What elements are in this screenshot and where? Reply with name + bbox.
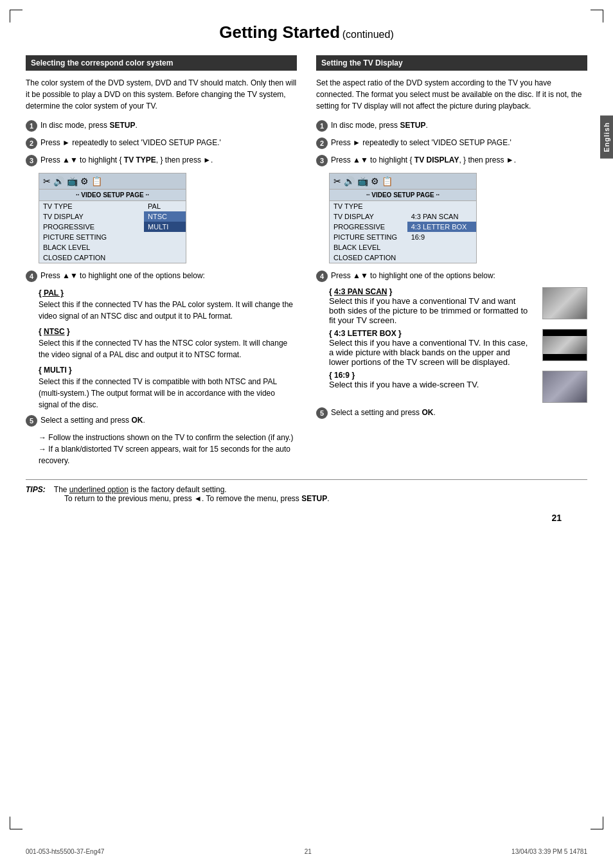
option-pan-scan-text: Select this if you have a conventional T… [329,296,532,325]
wide-screen-image [542,371,587,403]
table-row: TV DISPLAY NTSC [39,211,186,222]
r-progressive-val: 4:3 LETTER BOX [407,222,476,232]
right-info-icon: 📋 [382,176,393,186]
footer-bar: 001-053-hts5500-37-Eng47 21 13/04/03 3:3… [26,848,587,855]
page-number: 21 [26,513,587,523]
video-icon: 📺 [67,176,78,186]
left-step5-note2: → If a blank/distorted TV screen appears… [39,443,297,466]
option-ntsc: { NTSC } Select this if the connected TV… [39,326,297,360]
tv-display-label: TV DISPLAY [39,211,144,222]
step-num-3: 3 [26,155,37,166]
option-16-9-title: { 16:9 } [329,371,532,380]
table-row: PROGRESSIVE MULTI [39,222,186,232]
left-screen-icons: ✂ 🔊 📺 ⚙ 📋 [43,176,102,186]
pan-scan-image [542,287,587,319]
option-multi-text: Select this if the connected TV is compa… [39,376,297,411]
settings-icon: ⚙ [80,176,89,186]
right-step5-text: Select a setting and press OK. [331,407,587,418]
option-pal-title: { PAL } [39,287,297,299]
left-section-intro: The color system of the DVD system, DVD … [26,77,297,112]
r-picture-val: 16:9 [407,232,476,242]
right-step-3: 3 Press ▲▼ to highlight { TV DISPLAY, } … [316,154,587,166]
right-screen-icons: ✂ 🔊 📺 ⚙ 📋 [333,176,393,186]
right-settings-icon: ⚙ [371,176,379,186]
left-step2-text: Press ► repeatedly to select 'VIDEO SETU… [40,137,297,148]
tv-display-val: NTSC [144,211,186,222]
right-video-icon: 📺 [357,176,368,186]
page-title-continued: (continued) [342,29,394,40]
page-title-area: Getting Started (continued) [26,19,587,42]
right-step-num-2: 2 [316,137,328,149]
option-pal-text: Select this if the connected TV has the … [39,299,297,322]
page-title: Getting Started [219,22,340,42]
r-tv-display-label: TV DISPLAY [330,211,407,222]
r-closed-caption-label: CLOSED CAPTION [330,252,407,263]
option-letter-box-text-col: { 4:3 LETTER BOX } Select this if you ha… [329,329,532,367]
option-multi-title: { MULTI } [39,364,297,376]
closed-caption-label: CLOSED CAPTION [39,252,144,263]
black-level-val [144,242,186,252]
progressive-label: PROGRESSIVE [39,222,144,232]
right-step-num-4: 4 [316,270,328,282]
table-row: PROGRESSIVE 4:3 LETTER BOX [330,222,476,232]
r-picture-label: PICTURE SETTING [330,232,407,242]
option-16-9: { 16:9 } Select this if you have a wide-… [329,371,587,403]
right-column: Setting the TV Display Set the aspect ra… [316,55,587,466]
right-step3-text: Press ▲▼ to highlight { TV DISPLAY, } th… [331,154,587,166]
corner-bl [10,817,22,829]
right-step-num-5: 5 [316,407,328,419]
r-black-level-val [407,242,476,252]
footer-left: 001-053-hts5500-37-Eng47 [26,848,104,855]
tips-section: TIPS: The underlined option is the facto… [26,479,587,503]
progressive-val: MULTI [144,222,186,232]
left-step-5: 5 Select a setting and press OK. [26,414,297,427]
left-step4-text: Press ▲▼ to highlight one of the options… [40,270,297,281]
right-step-4: 4 Press ▲▼ to highlight one of the optio… [316,270,587,282]
left-section-header: Selecting the correspond color system [26,55,297,71]
letter-box-inner [543,336,587,354]
tips-label: TIPS: [26,485,46,494]
step-num-1: 1 [26,120,37,132]
corner-tl [10,10,22,22]
right-setup-table: TV TYPE TV DISPLAY 4:3 PAN SCAN PROGRESS… [330,201,476,263]
left-screen-header: ✂ 🔊 📺 ⚙ 📋 [39,173,186,190]
right-step2-text: Press ► repeatedly to select 'VIDEO SETU… [331,137,587,148]
right-section-intro: Set the aspect ratio of the DVD system a… [316,77,587,112]
black-level-label: BLACK LEVEL [39,242,144,252]
table-row: CLOSED CAPTION [330,252,476,263]
left-column: Selecting the correspond color system Th… [26,55,297,466]
right-speaker-icon: 🔊 [344,176,355,186]
r-tv-type-val [407,201,476,211]
option-ntsc-text: Select this if the connected TV has the … [39,337,297,360]
table-row: TV TYPE [330,201,476,211]
right-step-num-1: 1 [316,120,328,132]
option-pan-scan-text-col: { 4:3 PAN SCAN } Select this if you have… [329,287,532,325]
page-container: English Getting Started (continued) Sele… [0,0,613,868]
tools-icon: ✂ [43,176,51,186]
two-column-layout: Selecting the correspond color system Th… [26,55,587,466]
language-tab: English [600,116,613,159]
info-icon: 📋 [91,176,102,186]
table-row: TV DISPLAY 4:3 PAN SCAN [330,211,476,222]
table-row: BLACK LEVEL [330,242,476,252]
right-step1-text: In disc mode, press SETUP. [331,120,587,131]
corner-br [591,817,603,829]
option-pal: { PAL } Select this if the connected TV … [39,287,297,322]
option-pan-scan: { 4:3 PAN SCAN } Select this if you have… [329,287,587,325]
left-step-4: 4 Press ▲▼ to highlight one of the optio… [26,270,297,282]
left-step-2: 2 Press ► repeatedly to select 'VIDEO SE… [26,137,297,149]
r-tv-type-label: TV TYPE [330,201,407,211]
table-row: PICTURE SETTING [39,232,186,242]
option-multi: { MULTI } Select this if the connected T… [39,364,297,411]
option-pan-scan-title: { 4:3 PAN SCAN } [329,287,532,296]
letter-box-image [542,329,587,361]
left-setup-screen: ✂ 🔊 📺 ⚙ 📋 ·· VIDEO SETUP PAGE ·· TV TYPE… [39,173,186,263]
option-letter-box: { 4:3 LETTER BOX } Select this if you ha… [329,329,587,367]
left-step-3: 3 Press ▲▼ to highlight { TV TYPE, } the… [26,154,297,166]
closed-caption-val [144,252,186,263]
corner-tr [591,10,603,22]
r-progressive-label: PROGRESSIVE [330,222,407,232]
r-tv-display-val: 4:3 PAN SCAN [407,211,476,222]
left-step-1: 1 In disc mode, press SETUP. [26,120,297,132]
tips-line2: To return to the previous menu, press ◄.… [64,494,330,503]
